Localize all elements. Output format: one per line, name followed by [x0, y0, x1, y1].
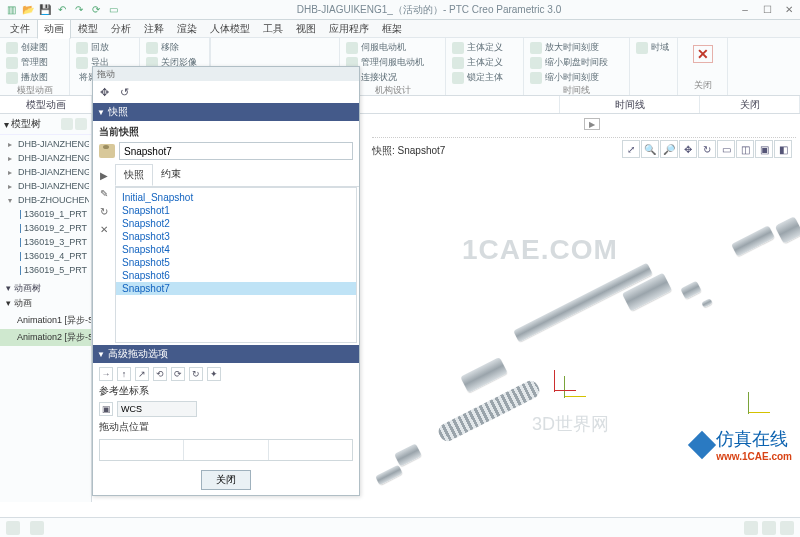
tab-timeline[interactable]: 时间线	[560, 96, 700, 113]
menu-applications[interactable]: 应用程序	[323, 20, 375, 38]
ribbon-manage-anim[interactable]: 管理图	[6, 56, 63, 69]
qat-window-icon[interactable]: ▭	[106, 3, 120, 17]
adv-rx-icon[interactable]: ⟲	[153, 367, 167, 381]
tree-node[interactable]: 136019_2_PRT	[2, 221, 89, 235]
section-snapshot[interactable]: 快照	[93, 103, 359, 121]
ribbon-servo-motor[interactable]: 伺服电动机	[346, 41, 439, 54]
menu-view[interactable]: 视图	[290, 20, 322, 38]
current-snapshot-input[interactable]	[119, 142, 353, 160]
qat-open-icon[interactable]: 📂	[21, 3, 35, 17]
ribbon-playback[interactable]: 回放	[76, 41, 133, 54]
vp-saved-view-icon[interactable]: ▭	[717, 140, 735, 158]
snapshot-item[interactable]: Snapshot1	[116, 204, 356, 217]
tree-node[interactable]: ▸DHB-JIANZHENG	[2, 165, 89, 179]
tree-settings-icon[interactable]	[75, 118, 87, 130]
menu-model[interactable]: 模型	[72, 20, 104, 38]
section-advanced[interactable]: 高级拖动选项	[93, 345, 359, 363]
adv-csys-icon[interactable]: ✦	[207, 367, 221, 381]
anim-node[interactable]: Animation2 [异步-S	[0, 329, 91, 346]
pick-csys-icon[interactable]: ▣	[99, 402, 113, 416]
qat-undo-icon[interactable]: ↶	[55, 3, 69, 17]
snapshot-item[interactable]: Snapshot5	[116, 256, 356, 269]
menu-annotate[interactable]: 注释	[138, 20, 170, 38]
maximize-button[interactable]: ☐	[760, 4, 774, 15]
timeline-play-icon[interactable]: ▶	[584, 118, 600, 130]
tree-node[interactable]: ▸DHB-JIANZHENG	[2, 137, 89, 151]
menu-analysis[interactable]: 分析	[105, 20, 137, 38]
vp-rotate-icon[interactable]: ↻	[698, 140, 716, 158]
adv-tz-icon[interactable]: ↗	[135, 367, 149, 381]
snapshot-list[interactable]: Initial_SnapshotSnapshot1Snapshot2Snapsh…	[115, 187, 357, 343]
tab-close[interactable]: 关闭	[700, 96, 800, 113]
model-tree[interactable]: ▸DHB-JIANZHENG▸DHB-JIANZHENG▸DHB-JIANZHE…	[0, 135, 91, 279]
menu-manikin[interactable]: 人体模型	[204, 20, 256, 38]
ribbon-close-icon[interactable]: ✕	[693, 45, 713, 63]
snapshot-item[interactable]: Initial_Snapshot	[116, 191, 356, 204]
vp-style-icon[interactable]: ◫	[736, 140, 754, 158]
qat-regen-icon[interactable]: ⟳	[89, 3, 103, 17]
drag-body-icon[interactable]: ↺	[117, 85, 131, 99]
status-msg-icon[interactable]	[6, 521, 20, 535]
drag-dialog[interactable]: 拖动 ✥ ↺ 快照 当前快照 ▶ ✎ ↻ ✕ 快照 约束 Initial_Sna…	[92, 66, 360, 496]
adv-ry-icon[interactable]: ⟳	[171, 367, 185, 381]
ribbon-play-anim[interactable]: 播放图	[6, 71, 63, 84]
tree-node[interactable]: ▸DHB-JIANZHENG	[2, 179, 89, 193]
tab-model-anim[interactable]: 模型动画	[0, 96, 92, 113]
vp-refit-icon[interactable]: ⤢	[622, 140, 640, 158]
drag-point-icon[interactable]: ✥	[97, 85, 111, 99]
snap-tab-constraints[interactable]: 约束	[153, 164, 189, 186]
adv-rz-icon[interactable]: ↻	[189, 367, 203, 381]
status-filter-icon[interactable]	[744, 521, 758, 535]
qat-redo-icon[interactable]: ↷	[72, 3, 86, 17]
snapshot-item[interactable]: Snapshot2	[116, 217, 356, 230]
tree-node[interactable]: ▾DHB-ZHOUCHENG	[2, 193, 89, 207]
vp-display-icon[interactable]: ◧	[774, 140, 792, 158]
snapshot-item[interactable]: Snapshot3	[116, 230, 356, 243]
ref-csys-input[interactable]	[117, 401, 197, 417]
ribbon-zoom-span[interactable]: 缩小刷盘时间段	[530, 56, 623, 69]
status-geom-icon[interactable]	[780, 521, 794, 535]
menu-tools[interactable]: 工具	[257, 20, 289, 38]
snapshot-item[interactable]: Snapshot6	[116, 269, 356, 282]
ribbon-remove[interactable]: 移除	[146, 41, 203, 54]
vp-zoom-out-icon[interactable]: 🔎	[660, 140, 678, 158]
qat-save-icon[interactable]: 💾	[38, 3, 52, 17]
tree-node[interactable]: 136019_3_PRT	[2, 235, 89, 249]
close-button[interactable]: ✕	[782, 4, 796, 15]
snap-capture-icon[interactable]: ✎	[97, 186, 111, 200]
tree-node[interactable]: 136019_1_PRT	[2, 207, 89, 221]
ribbon-zoom-out-time[interactable]: 缩小时间刻度	[530, 71, 623, 84]
status-select-icon[interactable]	[762, 521, 776, 535]
dialog-close-button[interactable]: 关闭	[201, 470, 251, 490]
ribbon-zoom-in-time[interactable]: 放大时间刻度	[530, 41, 623, 54]
menu-framework[interactable]: 框架	[376, 20, 408, 38]
tree-node[interactable]: 136019_4_PRT	[2, 249, 89, 263]
status-info-icon[interactable]	[30, 521, 44, 535]
snap-preview-icon[interactable]: ▶	[97, 168, 111, 182]
snapshot-item[interactable]: Snapshot7	[116, 282, 356, 295]
adv-ty-icon[interactable]: ↑	[117, 367, 131, 381]
vp-zoom-in-icon[interactable]: 🔍	[641, 140, 659, 158]
ribbon-body-def1[interactable]: 主体定义	[452, 41, 517, 54]
qat-new-icon[interactable]: ▥	[4, 3, 18, 17]
ribbon-lock-body[interactable]: 锁定主体	[452, 71, 517, 84]
anim-root[interactable]: 动画	[14, 298, 32, 308]
snap-delete-icon[interactable]: ✕	[97, 222, 111, 236]
vp-pan-icon[interactable]: ✥	[679, 140, 697, 158]
vp-perspective-icon[interactable]: ▣	[755, 140, 773, 158]
tree-node[interactable]: 136019_5_PRT	[2, 263, 89, 277]
snap-update-icon[interactable]: ↻	[97, 204, 111, 218]
drag-point-grid[interactable]	[99, 439, 353, 461]
minimize-button[interactable]: –	[738, 4, 752, 15]
menu-animation[interactable]: 动画	[37, 19, 71, 39]
snap-tab-snapshots[interactable]: 快照	[115, 164, 153, 186]
menu-render[interactable]: 渲染	[171, 20, 203, 38]
tree-filter-icon[interactable]	[61, 118, 73, 130]
ribbon-time-domain[interactable]: 时域	[636, 41, 671, 54]
snapshot-item[interactable]: Snapshot4	[116, 243, 356, 256]
anim-node[interactable]: Animation1 [异步-S	[0, 312, 91, 329]
ribbon-create-anim[interactable]: 创建图	[6, 41, 63, 54]
menu-file[interactable]: 文件	[4, 20, 36, 38]
ribbon-body-def2[interactable]: 主体定义	[452, 56, 517, 69]
camera-icon[interactable]	[99, 144, 115, 158]
